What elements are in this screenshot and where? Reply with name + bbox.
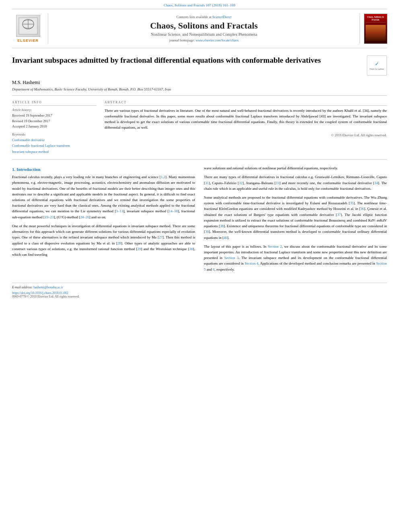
- ref-3-13[interactable]: 3–13: [116, 209, 123, 213]
- doi-line: https://doi.org/10.1016/j.chaos.2018.01.…: [12, 291, 387, 295]
- author-affiliation: Department of Mathematics, Basic Science…: [12, 87, 387, 91]
- ref-14-18[interactable]: 14–18: [169, 209, 178, 213]
- ref-38[interactable]: 38: [220, 224, 224, 228]
- article-info-abstract-section: ARTICLE INFO Article history: Received 1…: [12, 96, 387, 160]
- email-label: E-mail address:: [12, 286, 33, 289]
- keywords-label: Keywords:: [12, 133, 97, 136]
- ref-39[interactable]: 39: [205, 230, 209, 234]
- journal-ref-text: Chaos, Solitons and Fractals 107 (2018) …: [164, 3, 235, 7]
- contents-available-line: Contents lists available at ScienceDirec…: [177, 15, 232, 19]
- ref-28[interactable]: 28: [117, 241, 121, 245]
- intro-paragraph-2: One of the most powerful techniques in i…: [12, 223, 195, 257]
- ref-40[interactable]: 40: [224, 236, 227, 240]
- copyright-line: © 2018 Elsevier Ltd. All rights reserved…: [105, 133, 387, 137]
- ref-32[interactable]: 32: [239, 181, 243, 185]
- body-right-para-3: Some analytical methods are proposed to …: [204, 195, 387, 240]
- article-info-label: ARTICLE INFO: [12, 101, 97, 106]
- keyword-2: Conformable fractional Laplace transform: [12, 143, 97, 148]
- body-right-para-2: There are many types of differential der…: [204, 174, 387, 191]
- check-updates-text: Check for updates: [370, 68, 384, 70]
- section-2-link[interactable]: Section 2: [268, 244, 282, 249]
- keyword-1: Conformable derivative: [12, 137, 97, 143]
- homepage-label: journal homepage:: [169, 38, 195, 42]
- article-header-section: Invariant subspaces admitted by fraction…: [12, 48, 387, 96]
- elsevier-wordmark: ELSEVIER: [17, 39, 39, 43]
- body-section: 1. Introduction Fractional calculus rece…: [12, 160, 387, 275]
- journal-homepage: journal homepage: www.elsevier.com/locat…: [169, 38, 239, 42]
- contents-text: Contents lists available at: [177, 15, 212, 19]
- ref-31[interactable]: 31: [205, 181, 209, 185]
- section-4-link[interactable]: Section 4: [245, 261, 258, 265]
- ref-30[interactable]: 30: [189, 247, 193, 251]
- keywords-list: Conformable derivative Conformable fract…: [12, 137, 97, 154]
- journal-info-center: Contents lists available at ScienceDirec…: [48, 13, 360, 44]
- ref-19-23[interactable]: 19–23: [45, 215, 54, 219]
- keyword-3: Invariant subspace method: [12, 149, 97, 154]
- check-updates-badge: ✓ Check for updates: [367, 55, 387, 76]
- ref-27[interactable]: 27: [159, 235, 162, 239]
- elsevier-logo: ELSEVIER: [12, 13, 48, 44]
- email-link[interactable]: hashemi@bonabu.ac.ir: [33, 286, 63, 289]
- journal-cover-thumbnail: Chaos, Solitons & Fractals: [360, 13, 387, 44]
- body-left-column: 1. Introduction Fractional calculus rece…: [12, 165, 195, 275]
- ref-35[interactable]: 35: [350, 201, 354, 205]
- homepage-link[interactable]: www.elsevier.com/locate/chaos: [195, 38, 239, 42]
- ref-36[interactable]: 36: [360, 207, 364, 211]
- elsevier-logo-image: [16, 15, 40, 37]
- abstract-text: There are various types of fractional de…: [105, 108, 387, 131]
- ref-1-2[interactable]: 1,2: [161, 175, 165, 179]
- section-5-link[interactable]: Section 5: [204, 261, 387, 271]
- doi-link[interactable]: https://doi.org/10.1016/j.chaos.2018.01.…: [12, 291, 68, 295]
- journal-reference: Chaos, Solitons and Fractals 107 (2018) …: [0, 0, 399, 9]
- intro-paragraph-1: Fractional calculus recently, plays a ve…: [12, 174, 195, 220]
- accepted-date: Accepted 2 January 2018: [12, 124, 97, 129]
- cover-art: Chaos, Solitons & Fractals: [364, 14, 387, 44]
- check-icon: ✓: [375, 61, 379, 67]
- body-right-para-1: wave solutions and rational solutions of…: [204, 165, 387, 171]
- cover-title-text: Chaos, Solitons & Fractals: [366, 16, 386, 21]
- history-label: Article history:: [12, 108, 97, 112]
- ref-34[interactable]: 34: [374, 181, 378, 185]
- email-footnote: E-mail address: hashemi@bonabu.ac.ir: [12, 285, 387, 290]
- main-content: Invariant subspaces admitted by fraction…: [12, 48, 387, 275]
- journal-subtitle: Nonlinear Science, and Nonequilibrium an…: [151, 32, 257, 37]
- issn-line: 0960-0779/© 2018 Elsevier Ltd. All right…: [12, 295, 387, 298]
- revised-date: Revised 19 December 2017: [12, 119, 97, 124]
- section-6-link[interactable]: 6: [213, 267, 215, 271]
- received-date: Received 19 September 2017: [12, 113, 97, 119]
- author-name: M.S. Hashemi: [12, 80, 387, 86]
- page-footer: E-mail address: hashemi@bonabu.ac.ir htt…: [12, 283, 387, 298]
- article-dates: Received 19 September 2017 Revised 19 De…: [12, 113, 97, 129]
- page: Chaos, Solitons and Fractals 107 (2018) …: [0, 0, 399, 532]
- article-title: Invariant subspaces admitted by fraction…: [12, 55, 367, 66]
- ref-24-26[interactable]: 24–26: [80, 215, 89, 219]
- abstract-label: ABSTRACT: [105, 101, 387, 106]
- abstract-column: ABSTRACT There are various types of frac…: [105, 101, 387, 154]
- ref-29[interactable]: 29: [138, 247, 141, 251]
- section-1-heading: 1. Introduction: [12, 167, 195, 172]
- article-info-column: ARTICLE INFO Article history: Received 1…: [12, 101, 97, 154]
- sciencedirect-link[interactable]: ScienceDirect: [212, 15, 232, 19]
- ref-37[interactable]: 37: [337, 213, 341, 217]
- ref-33[interactable]: 33: [276, 181, 279, 185]
- body-right-para-4: The layout of this paper is as follows. …: [204, 244, 387, 272]
- section-3-link[interactable]: Section 3: [224, 256, 239, 260]
- body-right-column: wave solutions and rational solutions of…: [204, 165, 387, 275]
- journal-title: Chaos, Solitons and Fractals: [150, 21, 258, 31]
- article-title-row: Invariant subspaces admitted by fraction…: [12, 55, 387, 76]
- journal-header: ELSEVIER Contents lists available at Sci…: [12, 9, 387, 48]
